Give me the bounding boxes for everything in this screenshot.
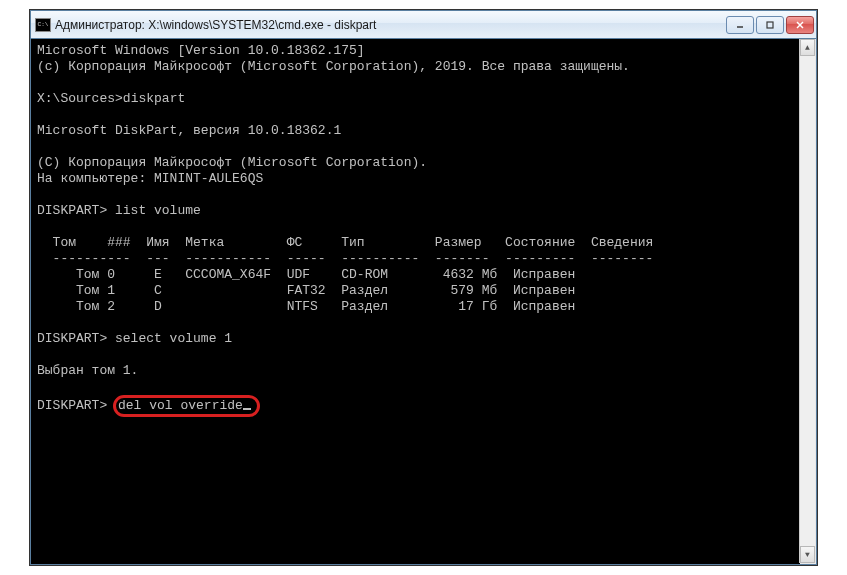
diskpart-copyright: (C) Корпорация Майкрософт (Microsoft Cor… [37, 155, 427, 170]
version-line: Microsoft Windows [Version 10.0.18362.17… [37, 43, 365, 58]
selected-message: Выбран том 1. [37, 363, 138, 378]
command-text: del vol override [118, 398, 243, 413]
window-title: Администратор: X:\windows\SYSTEM32\cmd.e… [55, 18, 726, 32]
svg-rect-1 [767, 22, 773, 28]
command-text: list volume [115, 203, 201, 218]
table-row: Том 1 C FAT32 Раздел 579 Мб Исправен [37, 283, 575, 298]
computer-name-line: На компьютере: MININT-AULE6QS [37, 171, 263, 186]
diskpart-prompt: DISKPART> [37, 331, 115, 346]
highlighted-command: del vol override [113, 395, 260, 417]
window-controls [726, 16, 814, 34]
diskpart-version: Microsoft DiskPart, версия 10.0.18362.1 [37, 123, 341, 138]
diskpart-prompt: DISKPART> [37, 398, 115, 413]
table-divider: ---------- --- ----------- ----- -------… [37, 251, 653, 266]
scroll-up-arrow-icon[interactable]: ▲ [800, 39, 815, 56]
minimize-button[interactable] [726, 16, 754, 34]
diskpart-prompt: DISKPART> [37, 203, 115, 218]
close-button[interactable] [786, 16, 814, 34]
table-header: Том ### Имя Метка ФС Тип Размер Состояни… [37, 235, 653, 250]
text-cursor [243, 408, 251, 410]
cmd-window: Администратор: X:\windows\SYSTEM32\cmd.e… [30, 10, 817, 565]
maximize-button[interactable] [756, 16, 784, 34]
vertical-scrollbar[interactable]: ▲ ▼ [799, 39, 815, 563]
terminal-output[interactable]: Microsoft Windows [Version 10.0.18362.17… [31, 39, 816, 564]
titlebar[interactable]: Администратор: X:\windows\SYSTEM32\cmd.e… [31, 11, 816, 39]
scroll-down-arrow-icon[interactable]: ▼ [800, 546, 815, 563]
cmd-icon [35, 18, 51, 32]
prompt: X:\Sources> [37, 91, 123, 106]
table-row: Том 0 E CCCOMA_X64F UDF CD-ROM 4632 Мб И… [37, 267, 575, 282]
copyright-line: (c) Корпорация Майкрософт (Microsoft Cor… [37, 59, 630, 74]
table-row: Том 2 D NTFS Раздел 17 Гб Исправен [37, 299, 575, 314]
command-text: select volume 1 [115, 331, 232, 346]
command-text: diskpart [123, 91, 185, 106]
